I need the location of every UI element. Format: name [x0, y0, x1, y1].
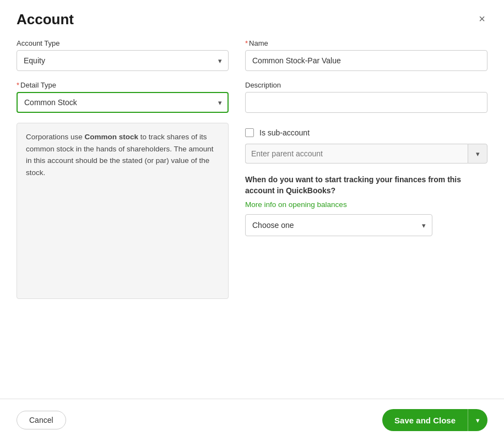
modal-footer: Cancel Save and Close ▾	[0, 399, 504, 441]
col-detail-type: *Detail Type Common Stock ▾	[17, 81, 229, 113]
account-type-select[interactable]: Equity	[17, 50, 229, 71]
info-box: Corporations use Common stock to track s…	[17, 123, 229, 299]
detail-required-star: *	[17, 81, 19, 89]
save-close-dropdown-button[interactable]: ▾	[468, 409, 487, 431]
account-type-wrapper: Equity ▾	[17, 50, 229, 71]
info-box-text: Corporations use Common stock to track s…	[26, 131, 219, 178]
sub-account-checkbox[interactable]	[245, 128, 254, 137]
parent-account-dropdown-button[interactable]: ▾	[468, 144, 487, 164]
parent-account-input[interactable]	[245, 144, 468, 164]
col-description: Description	[245, 81, 487, 113]
row-info-controls: Corporations use Common stock to track s…	[17, 123, 487, 299]
modal-header: Account ×	[0, 0, 504, 34]
name-label: *Name	[245, 39, 487, 47]
sub-account-row: Is sub-account	[245, 128, 487, 137]
choose-one-wrapper: Choose one Today This fiscal year start …	[245, 214, 432, 236]
sub-account-label: Is sub-account	[259, 128, 310, 137]
more-info-link[interactable]: More info on opening balances	[245, 200, 487, 209]
detail-type-select[interactable]: Common Stock	[17, 92, 229, 113]
col-name: *Name	[245, 39, 487, 71]
name-required-star: *	[245, 39, 248, 47]
row-detail-type-description: *Detail Type Common Stock ▾ Description	[17, 81, 487, 113]
detail-type-label: *Detail Type	[17, 81, 229, 89]
save-close-group: Save and Close ▾	[382, 409, 487, 431]
modal-body: Account Type Equity ▾ *Name *Detail Ty	[0, 34, 504, 399]
detail-type-wrapper: Common Stock ▾	[17, 92, 229, 113]
choose-one-select[interactable]: Choose one Today This fiscal year start …	[245, 214, 432, 236]
account-modal: Account × Account Type Equity ▾ *Name	[0, 0, 504, 441]
close-button[interactable]: ×	[476, 11, 487, 26]
cancel-button[interactable]: Cancel	[17, 411, 66, 429]
col-right-controls: Is sub-account ▾ When do you want to sta…	[245, 123, 487, 236]
save-close-button[interactable]: Save and Close	[382, 409, 468, 431]
modal-title: Account	[17, 11, 74, 28]
tracking-question: When do you want to start tracking your …	[245, 175, 487, 196]
tracking-section: When do you want to start tracking your …	[245, 175, 487, 236]
col-account-type: Account Type Equity ▾	[17, 39, 229, 71]
account-type-label: Account Type	[17, 39, 229, 47]
name-input[interactable]	[245, 50, 487, 71]
description-input[interactable]	[245, 92, 487, 113]
parent-account-chevron-icon: ▾	[476, 150, 480, 158]
parent-account-row: ▾	[245, 144, 487, 164]
save-close-dropdown-icon: ▾	[476, 416, 480, 424]
description-label: Description	[245, 81, 487, 89]
row-account-type-name: Account Type Equity ▾ *Name	[17, 39, 487, 71]
col-info-box: Corporations use Common stock to track s…	[17, 123, 229, 299]
